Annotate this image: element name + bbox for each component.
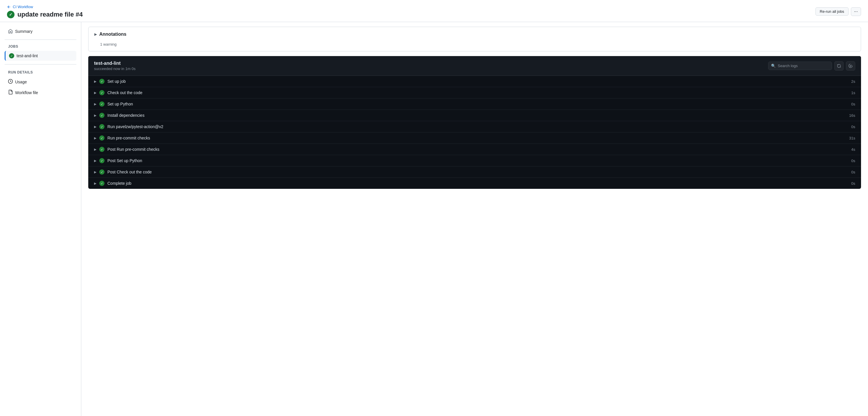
step-name: Complete job bbox=[107, 181, 844, 186]
step-success-icon: ✓ bbox=[99, 181, 104, 186]
step-chevron-icon: ▶ bbox=[94, 125, 96, 129]
step-chevron-icon: ▶ bbox=[94, 91, 96, 95]
step-row[interactable]: ▶ ✓ Check out the code 1s bbox=[88, 87, 861, 98]
step-chevron-icon: ▶ bbox=[94, 114, 96, 117]
sidebar-divider-2 bbox=[5, 64, 76, 64]
settings-button[interactable] bbox=[846, 61, 855, 70]
summary-label: Summary bbox=[15, 29, 32, 34]
job-panel-subtitle: succeeded now in 1m 0s bbox=[94, 66, 135, 71]
step-row[interactable]: ▶ ✓ Set up job 2s bbox=[88, 76, 861, 87]
step-chevron-icon: ▶ bbox=[94, 182, 96, 185]
annotations-chevron-icon: ▶ bbox=[94, 32, 97, 36]
step-success-icon: ✓ bbox=[99, 124, 104, 129]
job-label: test-and-lint bbox=[17, 54, 38, 58]
sidebar-item-workflow-file[interactable]: Workflow file bbox=[5, 87, 76, 98]
job-panel-controls: 🔍 bbox=[768, 61, 855, 70]
step-name: Post Set up Python bbox=[107, 158, 844, 163]
annotations-title-group: Annotations bbox=[99, 32, 126, 37]
more-options-button[interactable]: ··· bbox=[851, 7, 861, 16]
step-name: Set up job bbox=[107, 79, 844, 84]
sidebar-item-usage[interactable]: Usage bbox=[5, 77, 76, 87]
job-panel: test-and-lint succeeded now in 1m 0s 🔍 bbox=[88, 56, 861, 189]
step-name: Set up Python bbox=[107, 102, 844, 106]
job-panel-header: test-and-lint succeeded now in 1m 0s 🔍 bbox=[88, 56, 861, 76]
annotations-card: ▶ Annotations 1 warning bbox=[88, 27, 861, 52]
annotations-header[interactable]: ▶ Annotations bbox=[89, 27, 861, 41]
annotations-title: Annotations bbox=[99, 32, 126, 37]
sidebar-top-section: Summary bbox=[0, 27, 81, 36]
sidebar-item-test-and-lint[interactable]: ✓ test-and-lint bbox=[5, 51, 76, 61]
annotations-subtitle: 1 warning bbox=[89, 42, 861, 47]
main-content: ▶ Annotations 1 warning test-and-lint su… bbox=[81, 22, 868, 416]
step-duration: 1s bbox=[844, 91, 855, 95]
step-chevron-icon: ▶ bbox=[94, 136, 96, 140]
clock-icon bbox=[8, 79, 13, 85]
step-name: Post Run pre-commit checks bbox=[107, 147, 844, 152]
back-link-label: CI Workflow bbox=[13, 5, 33, 9]
job-panel-title: test-and-lint bbox=[94, 61, 135, 66]
step-row[interactable]: ▶ ✓ Post Set up Python 0s bbox=[88, 155, 861, 167]
workflow-file-label: Workflow file bbox=[15, 90, 38, 95]
step-success-icon: ✓ bbox=[99, 169, 104, 175]
job-panel-title-group: test-and-lint succeeded now in 1m 0s bbox=[94, 61, 135, 71]
sidebar-item-summary[interactable]: Summary bbox=[5, 27, 76, 36]
step-row[interactable]: ▶ ✓ Install dependencies 16s bbox=[88, 110, 861, 121]
step-name: Post Check out the code bbox=[107, 170, 844, 174]
refresh-button[interactable] bbox=[834, 61, 844, 70]
run-status-icon: ✓ bbox=[7, 11, 14, 18]
step-success-icon: ✓ bbox=[99, 158, 104, 163]
step-row[interactable]: ▶ ✓ Post Check out the code 0s bbox=[88, 167, 861, 178]
sidebar-divider-1 bbox=[5, 39, 76, 40]
step-success-icon: ✓ bbox=[99, 79, 104, 84]
step-name: Run pre-commit checks bbox=[107, 136, 844, 140]
step-name: Install dependencies bbox=[107, 113, 844, 118]
step-chevron-icon: ▶ bbox=[94, 170, 96, 174]
step-duration: 4s bbox=[844, 147, 855, 152]
step-success-icon: ✓ bbox=[99, 147, 104, 152]
step-chevron-icon: ▶ bbox=[94, 102, 96, 106]
steps-list: ▶ ✓ Set up job 2s ▶ ✓ Check out the code… bbox=[88, 76, 861, 189]
sidebar-jobs-section: Jobs ✓ test-and-lint bbox=[0, 43, 81, 61]
page-header: CI Workflow ✓ update readme file #4 Re-r… bbox=[0, 0, 868, 22]
step-chevron-icon: ▶ bbox=[94, 148, 96, 151]
step-success-icon: ✓ bbox=[99, 90, 104, 95]
step-duration: 16s bbox=[844, 113, 855, 118]
run-details-section: Run details Usage Workflow file bbox=[0, 69, 81, 98]
jobs-section-label: Jobs bbox=[5, 43, 76, 51]
step-duration: 0s bbox=[844, 181, 855, 186]
step-chevron-icon: ▶ bbox=[94, 159, 96, 163]
run-details-label: Run details bbox=[5, 69, 76, 77]
header-left: CI Workflow ✓ update readme file #4 bbox=[7, 5, 83, 18]
step-row[interactable]: ▶ ✓ Run pavelzw/pytest-action@v2 0s bbox=[88, 121, 861, 132]
step-name: Check out the code bbox=[107, 90, 844, 95]
step-duration: 0s bbox=[844, 102, 855, 106]
arrow-left-icon bbox=[7, 5, 11, 9]
step-row[interactable]: ▶ ✓ Post Run pre-commit checks 4s bbox=[88, 144, 861, 155]
main-layout: Summary Jobs ✓ test-and-lint Run details… bbox=[0, 22, 868, 416]
sidebar: Summary Jobs ✓ test-and-lint Run details… bbox=[0, 22, 81, 416]
step-name: Run pavelzw/pytest-action@v2 bbox=[107, 124, 844, 129]
search-icon: 🔍 bbox=[771, 64, 776, 68]
step-success-icon: ✓ bbox=[99, 101, 104, 107]
workflow-file-icon bbox=[8, 90, 13, 95]
step-duration: 2s bbox=[844, 79, 855, 84]
rerun-all-jobs-button[interactable]: Re-run all jobs bbox=[815, 7, 848, 16]
back-link[interactable]: CI Workflow bbox=[7, 5, 83, 9]
step-duration: 31s bbox=[844, 136, 855, 140]
page-title: ✓ update readme file #4 bbox=[7, 11, 83, 18]
step-duration: 0s bbox=[844, 125, 855, 129]
step-row[interactable]: ▶ ✓ Complete job 0s bbox=[88, 178, 861, 189]
step-row[interactable]: ▶ ✓ Set up Python 0s bbox=[88, 98, 861, 110]
usage-label: Usage bbox=[15, 80, 27, 84]
step-success-icon: ✓ bbox=[99, 136, 104, 141]
home-icon bbox=[8, 29, 13, 34]
search-logs-wrapper: 🔍 bbox=[768, 62, 832, 70]
search-logs-input[interactable] bbox=[768, 62, 832, 70]
job-success-icon: ✓ bbox=[9, 53, 14, 58]
step-duration: 0s bbox=[844, 170, 855, 174]
step-chevron-icon: ▶ bbox=[94, 80, 96, 83]
step-row[interactable]: ▶ ✓ Run pre-commit checks 31s bbox=[88, 132, 861, 144]
header-right: Re-run all jobs ··· bbox=[815, 7, 861, 16]
step-success-icon: ✓ bbox=[99, 113, 104, 118]
run-title: update readme file #4 bbox=[18, 11, 83, 18]
